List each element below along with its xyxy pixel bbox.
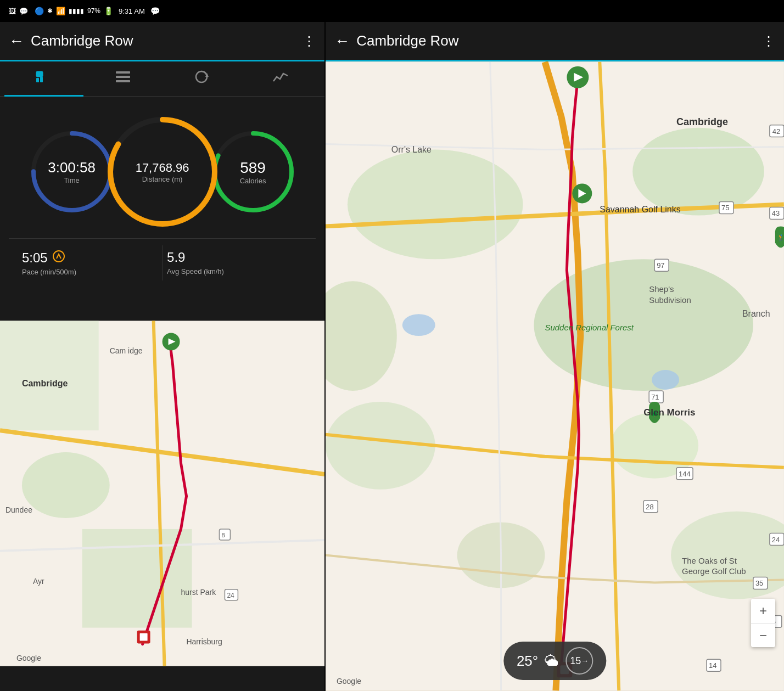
- calories-circle-inner: 589 Calories: [240, 159, 266, 185]
- weather-direction-number: 15: [570, 655, 581, 667]
- back-button-right[interactable]: ←: [334, 32, 350, 50]
- map-left[interactable]: Google Cambridge Dundee Ayr hurst Park H…: [0, 296, 324, 691]
- status-bar: 🖼 💬 🔵 ✱ 📶 ▮▮▮▮ 97% 🔋 9:31 AM 💬: [0, 0, 784, 22]
- svg-text:Cam  idge: Cam idge: [110, 346, 143, 355]
- zoom-controls: + −: [751, 599, 775, 647]
- time-label: Time: [64, 176, 79, 184]
- main-panels: ← Cambridge Row ⋮: [0, 22, 784, 691]
- svg-rect-0: [36, 71, 43, 77]
- svg-rect-1: [36, 78, 39, 82]
- calories-circle: 589 Calories: [209, 128, 297, 216]
- svg-text:Sudden Regional Forest: Sudden Regional Forest: [545, 323, 634, 332]
- svg-text:75: 75: [721, 204, 729, 212]
- svg-text:42: 42: [772, 127, 780, 136]
- svg-point-47: [652, 370, 679, 390]
- weather-temp: 25°: [517, 653, 538, 670]
- svg-text:8: 8: [221, 532, 225, 538]
- svg-rect-4: [116, 76, 130, 78]
- svg-text:Dundee: Dundee: [5, 505, 32, 514]
- svg-rect-3: [116, 71, 130, 74]
- tab-list[interactable]: [83, 61, 163, 97]
- weather-pill: 25° 🌥 15 →: [503, 642, 606, 680]
- weather-direction-arrow: →: [581, 656, 589, 665]
- svg-text:The Oaks of St: The Oaks of St: [682, 556, 737, 565]
- more-button-left[interactable]: ⋮: [303, 33, 316, 49]
- svg-text:35: 35: [755, 579, 763, 587]
- time-circle-inner: 3:00:58 Time: [48, 159, 96, 184]
- right-panel: ← Cambridge Row ⋮: [326, 22, 784, 691]
- svg-text:Google: Google: [337, 677, 361, 686]
- svg-point-46: [402, 314, 435, 336]
- svg-text:14: 14: [709, 661, 716, 670]
- bluetooth-label: ✱: [47, 7, 53, 15]
- zoom-in-button[interactable]: +: [751, 599, 775, 623]
- speed-stat: 5.9 Avg Speed (km/h): [163, 245, 307, 280]
- svg-rect-25: [140, 633, 148, 641]
- map-tab-icon: [35, 69, 53, 88]
- circles-row: 3:00:58 Time 17,768.96 Distance (m): [9, 110, 316, 238]
- wifi-icon: 📶: [56, 7, 65, 15]
- svg-text:Orr's Lake: Orr's Lake: [391, 145, 432, 154]
- svg-text:Google: Google: [16, 654, 41, 662]
- svg-text:71: 71: [651, 393, 659, 401]
- chat-icon-left: 💬: [150, 7, 160, 15]
- svg-text:Subdivision: Subdivision: [649, 295, 691, 305]
- right-title: Cambridge Row: [356, 32, 755, 49]
- map-left-svg: Google Cambridge Dundee Ayr hurst Park H…: [0, 296, 324, 691]
- message-icon: 💬: [19, 7, 28, 15]
- distance-label: Distance (m): [142, 175, 183, 183]
- right-app-bar: ← Cambridge Row ⋮: [326, 22, 784, 61]
- svg-text:144: 144: [679, 470, 691, 478]
- zoom-out-button[interactable]: −: [751, 623, 775, 647]
- distance-circle: 17,768.96 Distance (m): [105, 114, 220, 229]
- right-map[interactable]: 42 75 43 97 71 28 144 24 5 14: [326, 61, 784, 691]
- left-app-bar: ← Cambridge Row ⋮: [0, 22, 324, 61]
- pace-label: Pace (min/500m): [22, 268, 158, 276]
- pace-stat: 5:05 Pace (min/500m): [18, 245, 163, 280]
- list-tab-icon: [115, 69, 131, 88]
- svg-text:Savannah Golf Links: Savannah Golf Links: [600, 205, 680, 214]
- pace-value-row: 5:05: [22, 250, 158, 266]
- time-circle: 3:00:58 Time: [28, 128, 116, 216]
- svg-point-14: [53, 251, 64, 262]
- svg-text:28: 28: [646, 503, 653, 511]
- tab-replay[interactable]: [163, 61, 242, 97]
- weather-cloud-icon: 🌥: [545, 653, 559, 670]
- calories-value: 589: [240, 159, 266, 177]
- svg-text:24: 24: [772, 536, 780, 544]
- signal-bars: ▮▮▮▮: [69, 7, 84, 15]
- speed-label: Avg Speed (km/h): [167, 267, 303, 276]
- status-bar-left: 🖼 💬 🔵 ✱ 📶 ▮▮▮▮ 97% 🔋 9:31 AM 💬: [9, 7, 160, 15]
- svg-text:Shep's: Shep's: [649, 284, 674, 294]
- left-panel: ← Cambridge Row ⋮: [0, 22, 324, 691]
- svg-rect-2: [40, 77, 43, 82]
- svg-point-17: [22, 452, 110, 518]
- right-map-svg: 42 75 43 97 71 28 144 24 5 14: [326, 61, 784, 691]
- battery-percent-left: 97%: [87, 7, 100, 15]
- tab-map[interactable]: [4, 61, 83, 97]
- svg-text:Branch: Branch: [742, 309, 770, 318]
- speed-number: 5.9: [167, 250, 185, 265]
- weather-direction-circle[interactable]: 15 →: [565, 647, 593, 675]
- time-value: 3:00:58: [48, 159, 96, 176]
- more-button-right[interactable]: ⋮: [762, 33, 775, 49]
- time-left: 9:31 AM: [119, 7, 145, 15]
- svg-rect-16: [0, 321, 99, 430]
- pace-number: 5:05: [22, 250, 48, 266]
- svg-point-38: [632, 128, 764, 216]
- distance-value: 17,768.96: [136, 161, 189, 175]
- replay-tab-icon: [193, 69, 210, 88]
- svg-text:Glen Morris: Glen Morris: [643, 407, 695, 418]
- svg-text:Cambridge: Cambridge: [676, 116, 728, 127]
- svg-text:George Golf Club: George Golf Club: [682, 566, 746, 576]
- back-button-left[interactable]: ←: [9, 32, 24, 50]
- tab-chart[interactable]: [241, 61, 320, 97]
- svg-text:Harrisburg: Harrisburg: [187, 637, 222, 646]
- left-title: Cambridge Row: [31, 32, 296, 49]
- svg-text:Ayr: Ayr: [33, 577, 44, 586]
- bottom-stats: 5:05 Pace (min/500m) 5.9 Av: [9, 238, 316, 287]
- stats-section: 3:00:58 Time 17,768.96 Distance (m): [0, 97, 324, 296]
- svg-rect-5: [116, 80, 130, 82]
- battery-icon-left: 🔋: [104, 7, 113, 15]
- chart-tab-icon: [272, 69, 289, 88]
